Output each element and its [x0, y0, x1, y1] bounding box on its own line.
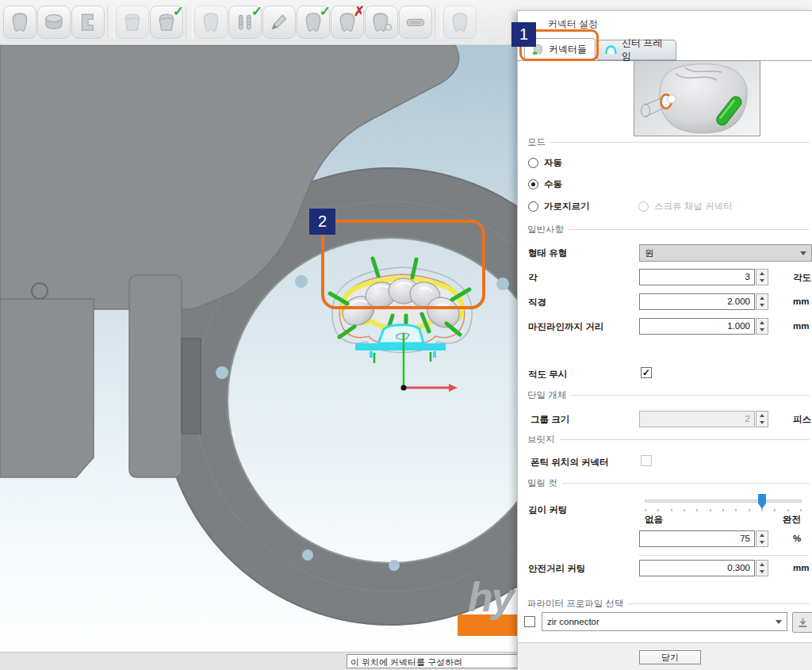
connector-preview-image — [634, 60, 760, 136]
sinter-frame-tool-button[interactable] — [399, 6, 432, 39]
edit-pencil-button[interactable] — [262, 6, 296, 39]
toolbar-separator — [186, 6, 193, 38]
profile-checkbox[interactable] — [524, 616, 535, 627]
restoration-crown-button[interactable] — [116, 6, 149, 39]
status-message: 이 위치에 커넥터를 구성하려 — [347, 654, 545, 668]
sinter-frame-tool-icon — [404, 10, 427, 34]
group-mode: 모드 — [518, 136, 812, 148]
sinter-frame-icon — [604, 44, 618, 56]
toolbar-separator — [107, 6, 114, 38]
slider-max-label: 완전 — [783, 514, 801, 526]
tooth-connector-icon — [370, 10, 393, 34]
angle-unit: 각도 — [793, 272, 811, 284]
connector-settings-dialog: 커넥터 설정 신터 프레임 커넥터들 — [517, 10, 812, 670]
radio-screw-channel: 스크류 채널 커넥터 — [638, 201, 732, 212]
pontic-connector-checkbox — [641, 455, 652, 466]
angle-label: 각 — [528, 272, 538, 284]
abutment-tooth-button[interactable] — [194, 6, 228, 39]
group-general: 일반사항 — [518, 224, 812, 235]
chevron-down-icon — [800, 251, 806, 258]
depth-cutting-unit: % — [793, 534, 801, 543]
safety-distance-input[interactable]: 0.300 — [639, 560, 755, 576]
group-bridge: 브릿지 — [518, 434, 812, 446]
3d-scene — [0, 45, 517, 652]
radio-manual-circle[interactable] — [528, 179, 538, 190]
blank-disc-icon — [42, 10, 66, 34]
toolbar-separator — [435, 6, 442, 38]
connector-area-highlight — [321, 220, 485, 309]
diameter-spinner[interactable] — [756, 293, 768, 310]
group-size-unit: 피스 — [793, 414, 811, 426]
diameter-input[interactable]: 2.000 — [639, 293, 755, 310]
margin-distance-input[interactable]: 1.000 — [639, 318, 755, 335]
tooth-approved-button[interactable]: ✓ — [297, 6, 330, 39]
tooth-nesting-button[interactable] — [443, 6, 477, 39]
dialog-footer: 닫기 — [518, 642, 812, 670]
margin-distance-spinner[interactable] — [756, 318, 768, 335]
pontic-connector-label: 폰틱 위치의 커넥터 — [530, 457, 608, 469]
close-button[interactable]: 닫기 — [639, 650, 701, 664]
tooth-rejected-button[interactable]: ✗ — [331, 6, 364, 39]
logo-text: hy — [468, 573, 513, 621]
milling-divider — [639, 555, 809, 556]
shape-type-select[interactable]: 원 — [639, 244, 812, 262]
scan-model-icon — [8, 10, 32, 34]
chevron-down-icon — [776, 620, 782, 627]
safety-distance-spinner[interactable] — [756, 560, 768, 576]
radio-screw-channel-circle — [638, 201, 649, 212]
x-badge-icon: ✗ — [354, 3, 365, 20]
fixture-holder-icon — [76, 10, 100, 34]
depth-cutting-spinner[interactable] — [756, 530, 768, 547]
slider-min-label: 없음 — [645, 514, 663, 526]
3d-viewport[interactable]: hy — [0, 45, 517, 652]
ignore-equator-checkbox[interactable] — [641, 367, 652, 378]
profile-select[interactable]: zir connector — [542, 612, 787, 631]
blank-disc-button[interactable] — [37, 6, 71, 39]
tab-sinter-frame[interactable]: 신터 프레임 — [597, 40, 676, 60]
radio-manual[interactable]: 수동 — [528, 178, 562, 190]
slider-ticks — [645, 509, 802, 511]
group-size-spinner — [756, 411, 768, 427]
radio-auto-circle[interactable] — [528, 158, 538, 168]
radio-auto[interactable]: 자동 — [528, 157, 562, 169]
step-badge-1: 1 — [511, 22, 536, 47]
depth-cutting-slider[interactable] — [645, 500, 802, 503]
check-badge-icon: ✓ — [173, 3, 184, 20]
step-badge-2: 2 — [309, 209, 335, 235]
margin-distance-unit: mm — [793, 321, 809, 331]
edit-pencil-icon — [267, 10, 291, 34]
tooth-nesting-icon — [448, 10, 472, 34]
group-size-input: 2 — [639, 411, 755, 427]
radio-cross[interactable]: 가로지르기 — [528, 201, 590, 212]
hyperdent-logo: hy — [457, 578, 517, 649]
application-window: ✓✓✓✗ — [0, 0, 812, 670]
diameter-label: 직경 — [528, 297, 546, 308]
ignore-equator-label: 적도 무시 — [528, 369, 567, 381]
abutment-tooth-icon — [199, 10, 223, 34]
check-badge-icon: ✓ — [251, 3, 262, 20]
depth-cutting-label: 깊이 커팅 — [528, 504, 567, 516]
safety-distance-unit: mm — [793, 563, 809, 572]
fixture-holder-button[interactable] — [71, 6, 105, 39]
slider-handle[interactable] — [758, 494, 766, 509]
shape-type-label: 형태 유형 — [528, 247, 567, 259]
save-download-icon — [797, 617, 809, 629]
margin-distance-label: 마진라인까지 거리 — [528, 321, 603, 333]
group-parameter-profile: 파라미터 프로파일 선택 — [518, 598, 812, 610]
group-single-object: 단일 개체 — [518, 389, 812, 401]
depth-cutting-input[interactable]: 75 — [639, 530, 755, 547]
group-size-label: 그룹 크기 — [530, 414, 569, 426]
implant-screws-button[interactable]: ✓ — [228, 6, 262, 39]
tooth-connector-button[interactable] — [365, 6, 398, 39]
angle-spinner[interactable] — [756, 269, 768, 285]
check-badge-icon: ✓ — [320, 3, 331, 20]
angle-input[interactable]: 3 — [639, 269, 755, 285]
safety-distance-label: 안전거리 커팅 — [528, 563, 585, 575]
restoration-crown-icon — [121, 10, 144, 34]
diameter-unit: mm — [793, 297, 809, 306]
restoration-approved-button[interactable]: ✓ — [150, 6, 183, 39]
radio-cross-circle[interactable] — [528, 201, 538, 212]
group-milling-cut: 밀링 컷 — [518, 477, 812, 489]
save-profile-button[interactable] — [792, 612, 812, 633]
scan-model-button[interactable] — [3, 6, 36, 39]
